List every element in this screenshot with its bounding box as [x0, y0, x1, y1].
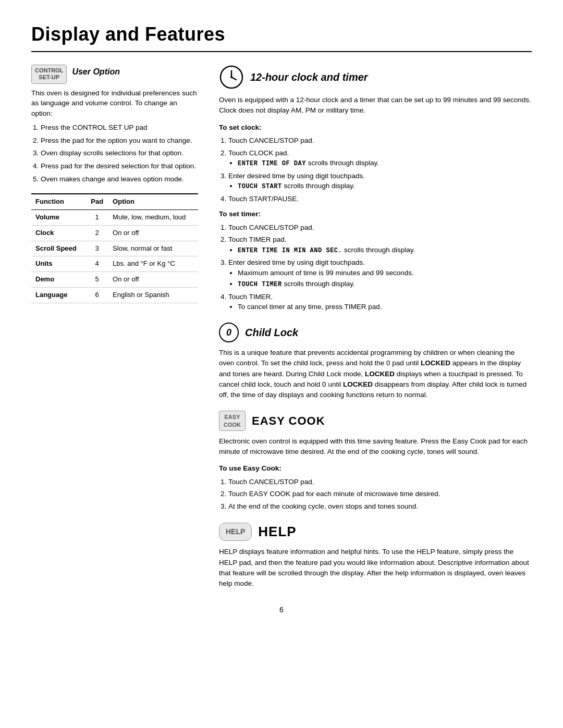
help-description: HELP displays feature information and he…	[219, 547, 532, 589]
child-lock-icon: 0	[219, 323, 239, 342]
cell-function: Scroll Speed	[31, 241, 85, 256]
easy-cook-step-2: Touch EASY COOK pad for each minute of m…	[228, 489, 532, 499]
left-column: CONTROL SET-UP User Option This oven is …	[31, 65, 198, 589]
easy-cook-badge-line2: COOK	[224, 422, 241, 428]
set-clock-title: To set clock:	[219, 122, 532, 133]
col-pad: Pad	[85, 194, 108, 209]
cell-function: Demo	[31, 272, 85, 288]
cell-function: Clock	[31, 225, 85, 241]
table-row: Scroll Speed 3 Slow, normal or fast	[31, 241, 198, 256]
set-timer-title: To set timer:	[219, 209, 532, 219]
cell-function: Language	[31, 288, 85, 303]
set-timer-bullet-2: Maximum amount of time is 99 minutes and…	[228, 268, 532, 290]
child-lock-header: 0 Child Lock	[219, 323, 532, 342]
child-lock-heading: Child Lock	[245, 325, 298, 340]
user-option-step-4: Press pad for the desired selection for …	[41, 161, 198, 171]
cell-option: On or off	[108, 272, 198, 288]
col-function: Function	[31, 194, 85, 209]
page-number: 6	[31, 604, 532, 615]
help-section: HELP HELP HELP displays feature informat…	[219, 522, 532, 589]
table-row: Units 4 Lbs. and °F or Kg °C	[31, 256, 198, 272]
easy-cook-badge: EASY COOK	[219, 411, 246, 431]
cell-pad: 5	[85, 272, 108, 288]
help-header: HELP HELP	[219, 522, 532, 542]
badge-line1: CONTROL	[35, 67, 63, 73]
easy-cook-step-3: At the end of the cooking cycle, oven st…	[228, 501, 532, 512]
user-option-section: CONTROL SET-UP User Option This oven is …	[31, 65, 198, 184]
right-column: 12-hour clock and timer Oven is equipped…	[219, 65, 532, 589]
cell-pad: 3	[85, 241, 108, 256]
control-setup-badge: CONTROL SET-UP	[31, 65, 67, 83]
help-badge: HELP	[219, 523, 252, 540]
svg-point-3	[230, 76, 232, 78]
set-timer-step-4: Touch TIMER. To cancel timer at any time…	[228, 292, 532, 312]
table-row: Clock 2 On or off	[31, 225, 198, 241]
set-clock-step-4: Touch START/PAUSE.	[228, 194, 532, 204]
set-timer-step-1: Touch CANCEL/STOP pad.	[228, 223, 532, 233]
cell-pad: 4	[85, 256, 108, 272]
cell-function: Units	[31, 256, 85, 272]
set-timer-bullet-3: To cancel timer at any time, press TIMER…	[228, 302, 532, 312]
main-layout: CONTROL SET-UP User Option This oven is …	[31, 65, 532, 589]
easy-cook-badge-line1: EASY	[225, 414, 240, 420]
title-divider	[31, 51, 532, 52]
cell-option: English or Spanish	[108, 288, 198, 303]
cell-option: Mute, low, medium, loud	[108, 209, 198, 225]
page-title: Display and Features	[31, 21, 532, 48]
user-option-description: This oven is designed for individual pre…	[31, 88, 198, 119]
set-clock-bullet-2: TOUCH START scrolls through display.	[228, 181, 532, 191]
hour-clock-description: Oven is equipped with a 12-hour clock an…	[219, 95, 532, 116]
help-heading: HELP	[258, 522, 296, 542]
cell-option: On or off	[108, 225, 198, 241]
easy-cook-how-to-title: To use Easy Cook:	[219, 463, 532, 474]
hour-clock-heading: 12-hour clock and timer	[250, 70, 368, 85]
badge-line2: SET-UP	[39, 74, 59, 80]
set-clock-steps: Touch CANCEL/STOP pad. Touch CLOCK pad. …	[219, 135, 532, 204]
user-option-step-1: Press the CONTROL SET UP pad	[41, 122, 198, 133]
child-lock-section: 0 Child Lock This is a unique feature th…	[219, 323, 532, 400]
set-timer-steps: Touch CANCEL/STOP pad. Touch TIMER pad. …	[219, 223, 532, 312]
easy-cook-heading: EASY COOK	[252, 413, 325, 429]
set-clock-step-1: Touch CANCEL/STOP pad.	[228, 135, 532, 146]
set-timer-step-2: Touch TIMER pad. ENTER TIME IN MIN AND S…	[228, 235, 532, 255]
user-option-step-3: Oven display scrolls selections for that…	[41, 148, 198, 158]
child-lock-description: This is a unique feature that prevents a…	[219, 348, 532, 400]
cell-option: Lbs. and °F or Kg °C	[108, 256, 198, 272]
options-table: Function Pad Option Volume 1 Mute, low, …	[31, 193, 198, 303]
set-clock-step-3: Enter desired time by using digit touchp…	[228, 171, 532, 192]
table-row: Demo 5 On or off	[31, 272, 198, 288]
user-option-step-2: Press the pad for the option you want to…	[41, 135, 198, 146]
easy-cook-header: EASY COOK EASY COOK	[219, 411, 532, 431]
easy-cook-steps: Touch CANCEL/STOP pad. Touch EASY COOK p…	[219, 477, 532, 512]
set-timer-bullet-1: ENTER TIME IN MIN AND SEC. scrolls throu…	[228, 245, 532, 255]
easy-cook-description: Electronic oven control is equipped with…	[219, 436, 532, 458]
user-option-heading: User Option	[72, 66, 120, 78]
cell-pad: 1	[85, 209, 108, 225]
table-row: Language 6 English or Spanish	[31, 288, 198, 303]
set-timer-step-3: Enter desired time by using digit touchp…	[228, 257, 532, 290]
set-clock-step-2: Touch CLOCK pad. ENTER TIME OF DAY scrol…	[228, 148, 532, 169]
clock-icon	[219, 65, 244, 90]
user-option-header: CONTROL SET-UP User Option	[31, 65, 198, 83]
table-row: Volume 1 Mute, low, medium, loud	[31, 209, 198, 225]
col-option: Option	[108, 194, 198, 209]
hour-clock-section: 12-hour clock and timer Oven is equipped…	[219, 65, 532, 312]
easy-cook-step-1: Touch CANCEL/STOP pad.	[228, 477, 532, 487]
cell-function: Volume	[31, 209, 85, 225]
cell-pad: 2	[85, 225, 108, 241]
hour-clock-header: 12-hour clock and timer	[219, 65, 532, 90]
user-option-step-5: Oven makes change and leaves option mode…	[41, 174, 198, 184]
set-clock-bullet-1: ENTER TIME OF DAY scrolls through displa…	[228, 158, 532, 168]
user-option-steps: Press the CONTROL SET UP pad Press the p…	[31, 122, 198, 184]
cell-pad: 6	[85, 288, 108, 303]
easy-cook-section: EASY COOK EASY COOK Electronic oven cont…	[219, 411, 532, 511]
cell-option: Slow, normal or fast	[108, 241, 198, 256]
